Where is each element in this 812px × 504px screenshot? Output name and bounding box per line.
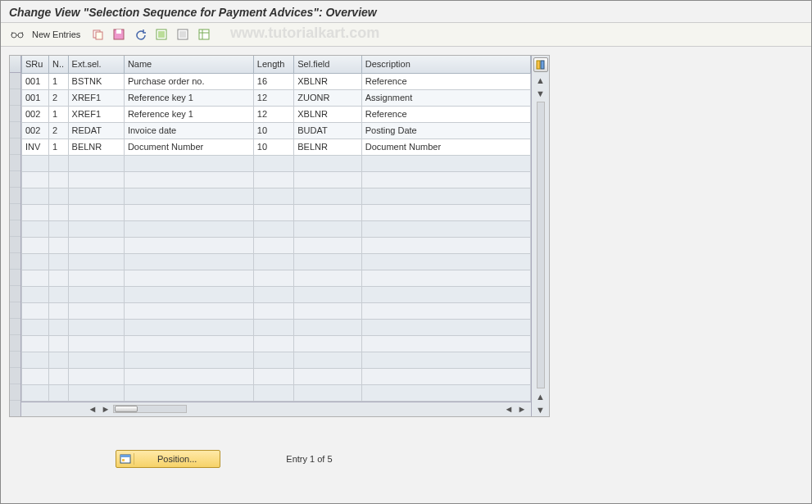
cell-sru[interactable] <box>22 368 49 384</box>
row-selector[interactable] <box>10 138 20 155</box>
cell-sru[interactable] <box>22 335 49 352</box>
table-row[interactable] <box>22 270 531 286</box>
cell-length[interactable] <box>253 335 293 352</box>
cell-desc[interactable] <box>361 286 530 302</box>
cell-ext[interactable] <box>68 253 124 270</box>
scroll-right-icon[interactable]: ► <box>100 403 111 415</box>
table-row[interactable]: 0022REDATInvoice date10BUDATPosting Date <box>22 122 531 138</box>
cell-desc[interactable] <box>361 368 530 384</box>
cell-name[interactable] <box>124 270 253 286</box>
scroll-top-icon[interactable]: ▲ <box>535 75 547 86</box>
row-selector[interactable] <box>10 335 20 352</box>
cell-desc[interactable] <box>361 220 530 237</box>
table-row[interactable] <box>22 171 531 188</box>
table-row[interactable] <box>22 319 531 335</box>
cell-sru[interactable] <box>22 319 49 335</box>
table-row[interactable]: 0011BSTNKPurchase order no.16XBLNRRefere… <box>22 73 531 89</box>
cell-sru[interactable] <box>22 352 49 368</box>
cell-sru[interactable]: 001 <box>22 89 49 106</box>
cell-ext[interactable] <box>68 302 124 319</box>
cell-sel[interactable] <box>294 171 361 188</box>
deselect-all-icon[interactable] <box>174 26 192 43</box>
cell-n[interactable] <box>48 237 68 253</box>
cell-desc[interactable]: Posting Date <box>361 122 530 138</box>
cell-sel[interactable] <box>294 286 361 302</box>
configure-columns-icon[interactable] <box>533 57 548 72</box>
cell-length[interactable] <box>253 220 293 237</box>
cell-ext[interactable] <box>68 220 124 237</box>
cell-length[interactable] <box>253 286 293 302</box>
cell-length[interactable] <box>253 188 293 204</box>
table-row[interactable] <box>22 253 531 270</box>
scroll-bottom-icon[interactable]: ▼ <box>535 404 547 415</box>
cell-length[interactable] <box>253 155 293 171</box>
cell-desc[interactable] <box>361 270 530 286</box>
cell-desc[interactable] <box>361 352 530 368</box>
cell-ext[interactable]: XREF1 <box>68 106 124 122</box>
table-row[interactable]: 0012XREF1Reference key 112ZUONRAssignmen… <box>22 89 531 106</box>
row-selector[interactable] <box>10 155 20 171</box>
cell-ext[interactable] <box>68 204 124 220</box>
row-selector[interactable] <box>10 253 20 270</box>
row-selector[interactable] <box>10 188 20 204</box>
cell-sru[interactable] <box>22 188 49 204</box>
vscroll-track[interactable] <box>537 102 545 388</box>
scroll-left-icon[interactable]: ◄ <box>87 403 98 415</box>
cell-sru[interactable]: 002 <box>22 106 49 122</box>
cell-sru[interactable] <box>22 171 49 188</box>
scroll-right-end-icon[interactable]: ► <box>516 403 528 415</box>
cell-ext[interactable] <box>68 188 124 204</box>
row-selector[interactable] <box>10 286 20 302</box>
cell-desc[interactable] <box>361 155 530 171</box>
cell-n[interactable] <box>48 188 68 204</box>
cell-sel[interactable] <box>294 352 361 368</box>
row-selector[interactable] <box>10 106 20 122</box>
cell-sru[interactable] <box>22 253 49 270</box>
col-header-n[interactable]: N.. <box>48 56 68 73</box>
table-row[interactable] <box>22 302 531 319</box>
cell-sel[interactable]: XBLNR <box>294 106 361 122</box>
table-row[interactable] <box>22 188 531 204</box>
row-selector[interactable] <box>10 302 20 319</box>
cell-ext[interactable]: XREF1 <box>68 89 124 106</box>
cell-sel[interactable] <box>294 270 361 286</box>
cell-name[interactable] <box>124 204 253 220</box>
cell-n[interactable] <box>48 155 68 171</box>
cell-n[interactable]: 2 <box>48 89 68 106</box>
cell-name[interactable] <box>124 188 253 204</box>
cell-name[interactable] <box>124 155 253 171</box>
cell-sru[interactable] <box>22 286 49 302</box>
cell-n[interactable] <box>48 319 68 335</box>
cell-length[interactable] <box>253 302 293 319</box>
cell-length[interactable] <box>253 204 293 220</box>
cell-length[interactable]: 16 <box>253 73 293 89</box>
cell-ext[interactable]: BELNR <box>68 138 124 155</box>
cell-length[interactable] <box>253 319 293 335</box>
cell-sru[interactable] <box>22 302 49 319</box>
row-selector[interactable] <box>10 384 20 401</box>
cell-sru[interactable]: INV <box>22 138 49 155</box>
cell-ext[interactable] <box>68 384 124 401</box>
cell-name[interactable] <box>124 368 253 384</box>
cell-desc[interactable] <box>361 384 530 401</box>
cell-ext[interactable]: REDAT <box>68 122 124 138</box>
cell-n[interactable]: 1 <box>48 106 68 122</box>
cell-n[interactable] <box>48 220 68 237</box>
row-selector[interactable] <box>10 171 20 188</box>
row-selector[interactable] <box>10 237 20 253</box>
cell-desc[interactable] <box>361 171 530 188</box>
cell-ext[interactable] <box>68 171 124 188</box>
row-selector[interactable] <box>10 319 20 335</box>
col-header-name[interactable]: Name <box>124 56 253 73</box>
cell-n[interactable] <box>48 335 68 352</box>
table-row[interactable] <box>22 335 531 352</box>
cell-name[interactable]: Document Number <box>124 138 253 155</box>
cell-sel[interactable]: BUDAT <box>294 122 361 138</box>
cell-n[interactable] <box>48 286 68 302</box>
table-settings-icon[interactable] <box>195 26 213 43</box>
scroll-left-end-icon[interactable]: ◄ <box>503 403 515 415</box>
row-selector[interactable] <box>10 73 20 89</box>
copy-icon[interactable] <box>88 26 107 43</box>
cell-ext[interactable] <box>68 335 124 352</box>
cell-sru[interactable] <box>22 204 49 220</box>
